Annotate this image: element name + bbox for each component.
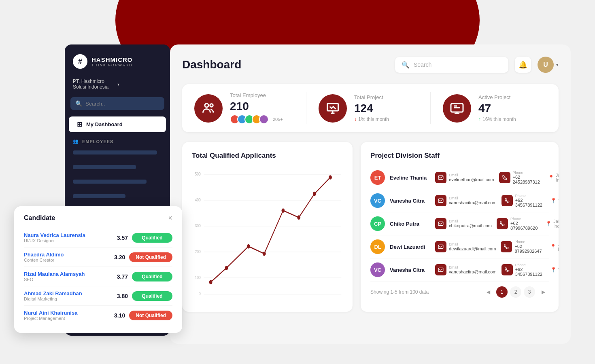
- stat-sub: 205+: [230, 114, 283, 124]
- email-label: Email: [449, 196, 497, 200]
- user-avatar-button[interactable]: U ▾: [538, 57, 559, 73]
- candidate-name[interactable]: Nurul Aini Khairunisa: [24, 310, 106, 316]
- staff-avatar: ET: [370, 170, 385, 185]
- candidate-row: Naura Vedrica Laurensia UI/UX Designer 3…: [24, 228, 172, 248]
- chart-card: Total Qualified Applicants 500 400 300 2…: [182, 142, 353, 312]
- stat-label: Active Project: [478, 94, 516, 100]
- email-icon: [438, 221, 444, 226]
- email-label: Email: [449, 265, 497, 269]
- popup-header: Candidate ×: [24, 214, 172, 222]
- staff-avatar: VC: [370, 262, 385, 277]
- svg-text:100: 100: [195, 275, 201, 280]
- monitor-icon: [450, 101, 464, 116]
- active-project-icon-circle: [443, 94, 471, 123]
- svg-point-29: [329, 175, 332, 180]
- staff-footer: Showing 1-5 from 100 data ◀ 1 2 3 ▶: [370, 286, 549, 298]
- staff-title: Project Division Staff: [370, 152, 549, 160]
- staff-avatar: VC: [370, 193, 385, 208]
- svg-point-22: [209, 280, 212, 284]
- popup-close-button[interactable]: ×: [168, 214, 172, 222]
- email-value: chikoputra@mail.com: [449, 223, 492, 228]
- candidate-info: Ahmad Zaki Ramadhan Digital Marketing: [24, 290, 109, 301]
- candidate-name[interactable]: Naura Vedrica Laurensia: [24, 232, 109, 238]
- location-text: Jakarta, Indonesia: [556, 173, 559, 182]
- avatar-mini: [259, 114, 269, 124]
- stat-total-project: Total Project 124 ↓ 1% this month: [306, 92, 422, 124]
- candidate-list: Naura Vedrica Laurensia UI/UX Designer 3…: [24, 228, 172, 325]
- logo-text: HASHMICRO THINK FORWARD: [91, 56, 133, 67]
- svg-rect-31: [438, 199, 443, 202]
- trend-down-icon: ↓: [354, 116, 357, 122]
- email-icon: [438, 198, 444, 203]
- qualification-badge: Not Qualified: [129, 311, 172, 320]
- svg-point-26: [282, 208, 285, 213]
- sidebar-search-input[interactable]: [85, 101, 159, 107]
- email-label: Email: [449, 219, 492, 223]
- phone-value: +62 34567891122: [515, 198, 542, 207]
- next-page-button[interactable]: ▶: [538, 286, 549, 298]
- sidebar-item-dashboard[interactable]: ⊞ My Dashboard: [69, 116, 166, 132]
- logo-sub: THINK FORWARD: [91, 63, 133, 67]
- dashboard-icon: ⊞: [77, 121, 82, 128]
- project-icon-circle: [319, 94, 347, 123]
- candidate-role: Conten Creator: [24, 258, 106, 262]
- candidate-name[interactable]: Rizal Maulana Alamsyah: [24, 271, 109, 277]
- bell-icon: 🔔: [518, 60, 527, 69]
- sidebar-skeleton-2: [73, 165, 136, 169]
- page-1-button[interactable]: 1: [496, 286, 508, 298]
- notification-bell-button[interactable]: 🔔: [515, 57, 531, 73]
- svg-text:500: 500: [195, 171, 201, 177]
- phone-value: +62 87996789620: [510, 221, 538, 231]
- stats-row: Total Employee 210 205+: [182, 84, 559, 132]
- search-bar[interactable]: 🔍: [395, 57, 508, 73]
- company-selector[interactable]: PT. Hashmicro Solusi Indonesia ▾: [65, 75, 170, 93]
- email-value: dewilazuardi@mail.com: [449, 246, 496, 251]
- stat-sub-text: 1% this month: [358, 116, 389, 122]
- stat-value: 210: [230, 100, 283, 113]
- candidate-name[interactable]: Ahmad Zaki Ramadhan: [24, 290, 109, 296]
- sidebar-search-box[interactable]: 🔍: [70, 97, 164, 110]
- search-input[interactable]: [414, 61, 502, 68]
- stat-active-project: Active Project 47 ↑ 16% this month: [430, 92, 546, 124]
- candidate-score: 3.77: [113, 273, 128, 280]
- employees-icon: 👥: [73, 139, 79, 144]
- svg-point-24: [247, 244, 250, 249]
- phone-icon: [504, 198, 510, 203]
- location-text: Jakarta, Indonesia: [558, 265, 559, 275]
- email-icon-box: [435, 218, 446, 229]
- staff-location: 📍 Jakarta, Indonesia: [550, 196, 559, 205]
- prev-page-button[interactable]: ◀: [482, 286, 494, 298]
- staff-member-name: Eveline Thania: [390, 175, 430, 181]
- svg-point-23: [225, 266, 228, 270]
- phone-value: +62 24528987312: [513, 175, 540, 184]
- candidate-name[interactable]: Phaedra Aldimo: [24, 252, 106, 258]
- phone-value: +62 34567891122: [515, 267, 542, 277]
- section-label: EMPLOYEES: [82, 139, 113, 144]
- staff-location: 📍 Jakarta, Indonesia: [550, 265, 559, 275]
- line-chart: 500 400 300 200 100 0 2018 2019: [192, 168, 343, 297]
- page-3-button[interactable]: 3: [524, 286, 535, 298]
- candidate-info: Naura Vedrica Laurensia UI/UX Designer: [24, 232, 109, 243]
- sidebar-skeleton-4: [73, 194, 125, 198]
- location-pin-icon: 📍: [546, 221, 552, 226]
- staff-phone-group: Phone +62 34567891122: [502, 263, 542, 277]
- main-content: Dashboard 🔍 🔔 U ▾: [170, 44, 571, 344]
- svg-point-1: [210, 104, 213, 107]
- phone-value: +62 87992982647: [514, 244, 542, 254]
- staff-phone-group: Phone +62 34567891122: [502, 194, 542, 207]
- candidate-popup: Candidate × Naura Vedrica Laurensia UI/U…: [14, 206, 182, 333]
- candidate-row: Phaedra Aldimo Conten Creator 3.20 Not Q…: [24, 248, 172, 267]
- email-value: evelinethan@mail.com: [449, 177, 494, 182]
- qualification-badge: Qualified: [132, 272, 172, 281]
- candidate-role: SEO: [24, 277, 109, 282]
- candidate-score: 3.57: [113, 235, 128, 241]
- location-pin-icon: 📍: [550, 244, 556, 250]
- page-2-button[interactable]: 2: [510, 286, 521, 298]
- svg-text:200: 200: [195, 249, 201, 254]
- svg-rect-33: [438, 245, 443, 248]
- candidate-role: UI/UX Designer: [24, 238, 109, 243]
- chevron-down-icon: ▾: [556, 62, 559, 68]
- candidate-score: 3.20: [110, 254, 125, 260]
- location-text: Jakarta, Indonesia: [558, 196, 559, 205]
- logo-icon: #: [73, 54, 87, 69]
